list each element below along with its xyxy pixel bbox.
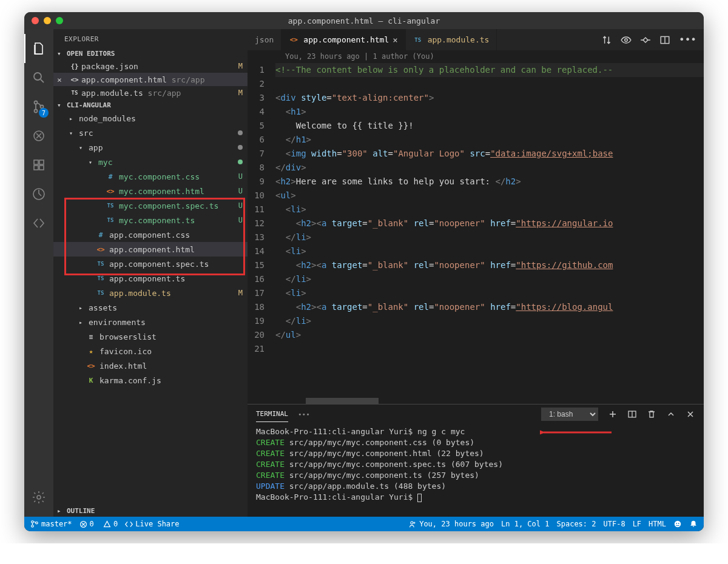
open-editors-header[interactable]: ▾ OPEN EDITORS <box>53 48 248 59</box>
folder-item[interactable]: ▾src <box>53 126 248 140</box>
folder-item[interactable]: ▾app <box>53 140 248 155</box>
window-title: app.component.html — cli-angular <box>288 16 440 25</box>
file-item[interactable]: <>index.html <box>53 358 248 373</box>
terminal-trash-icon[interactable] <box>647 409 656 419</box>
svg-point-1 <box>35 101 38 104</box>
chevron-down-icon: ▾ <box>57 101 64 109</box>
file-item[interactable]: <>myc.component.htmlU <box>53 184 248 198</box>
file-item[interactable]: Kkarma.conf.js <box>53 373 248 388</box>
file-item[interactable]: #app.component.css <box>53 227 248 242</box>
open-editors-list: {}package.jsonM×<>app.component.html src… <box>53 59 248 99</box>
tree-item-label: node_modules <box>79 114 136 123</box>
svg-rect-7 <box>39 166 44 170</box>
status-feedback-icon[interactable] <box>673 520 682 528</box>
file-icon: TS <box>106 215 115 225</box>
folder-item[interactable]: ▸environments <box>53 315 248 329</box>
activity-settings-icon[interactable] <box>24 483 53 512</box>
file-item[interactable]: TSapp.component.spec.ts <box>53 257 248 271</box>
activity-git-graph-icon[interactable] <box>24 180 53 209</box>
open-editor-dir: src/app <box>167 75 205 84</box>
status-branch[interactable]: master* <box>30 520 72 528</box>
file-icon: <> <box>96 244 106 254</box>
scrollbar-thumb[interactable] <box>306 398 379 404</box>
status-bell-icon[interactable] <box>689 520 698 528</box>
more-icon[interactable]: ••• <box>679 34 696 45</box>
eye-icon[interactable] <box>621 35 632 45</box>
activity-liveshare-icon[interactable] <box>24 209 53 238</box>
activity-debug-icon[interactable] <box>24 121 53 150</box>
git-commit-icon[interactable] <box>640 35 651 45</box>
chevron-icon: ▸ <box>69 115 76 122</box>
file-icon: <> <box>106 186 115 196</box>
activity-bar: 7 <box>24 29 53 517</box>
file-item[interactable]: TSapp.component.ts <box>53 271 248 286</box>
open-editor-item[interactable]: {}package.jsonM <box>53 59 248 73</box>
chevron-icon: ▾ <box>69 130 76 136</box>
split-editor-icon[interactable] <box>659 35 670 45</box>
editor[interactable]: 1 2 3 4 5 6 7 8 9 10 11 12 13 14 15 16 1… <box>248 63 704 398</box>
folder-item[interactable]: ▸node_modules <box>53 111 248 126</box>
terminal-selector[interactable]: 1: bash <box>541 408 598 421</box>
editor-horizontal-scrollbar[interactable] <box>275 398 704 404</box>
activity-extensions-icon[interactable] <box>24 150 53 180</box>
editor-tab[interactable]: TSapp.module.ts <box>406 29 497 50</box>
file-item[interactable]: #myc.component.cssU <box>53 169 248 184</box>
status-problems[interactable]: 0 0 <box>79 520 118 528</box>
git-flag: U <box>238 187 243 195</box>
tree-item-label: app.module.ts <box>109 289 171 298</box>
svg-point-21 <box>411 522 413 524</box>
close-icon[interactable]: × <box>57 75 62 84</box>
file-item[interactable]: <>app.component.html <box>53 242 248 257</box>
vscode-window: app.component.html — cli-angular 7 <box>24 12 704 531</box>
terminal-new-icon[interactable] <box>608 409 618 419</box>
open-editor-label: app.module.ts <box>81 89 143 98</box>
status-eol[interactable]: LF <box>633 520 641 528</box>
titlebar: app.component.html — cli-angular <box>24 12 704 29</box>
status-cursor-position[interactable]: Ln 1, Col 1 <box>501 520 549 528</box>
tab-label: app.component.html <box>303 35 389 44</box>
window-minimize-button[interactable] <box>44 17 51 24</box>
tree-item-label: browserslist <box>99 332 157 341</box>
status-encoding[interactable]: UTF-8 <box>604 520 625 528</box>
terminal-split-icon[interactable] <box>627 409 637 419</box>
panel-tab-terminal[interactable]: TERMINAL <box>256 406 288 422</box>
status-liveshare[interactable]: Live Share <box>125 520 179 528</box>
file-icon: <> <box>289 35 298 45</box>
terminal-maximize-icon[interactable] <box>666 409 676 419</box>
activity-explorer-icon[interactable] <box>24 34 53 63</box>
file-item[interactable]: TSmyc.component.tsU <box>53 213 248 227</box>
outline-header[interactable]: ▸ OUTLINE <box>53 505 248 517</box>
compare-icon[interactable] <box>601 35 612 45</box>
panel-tab-bar: TERMINAL ••• 1: bash <box>248 405 704 424</box>
editor-tab[interactable]: <>app.component.html× <box>281 29 405 50</box>
window-close-button[interactable] <box>32 17 39 24</box>
terminal-close-icon[interactable] <box>686 409 695 419</box>
open-editor-item[interactable]: ×<>app.component.html src/app <box>53 73 248 86</box>
activity-scm-icon[interactable]: 7 <box>24 92 53 121</box>
file-item[interactable]: TSmyc.component.spec.tsU <box>53 198 248 213</box>
tab-label: json <box>255 35 274 44</box>
activity-search-icon[interactable] <box>24 63 53 92</box>
git-flag: U <box>238 201 243 210</box>
project-header[interactable]: ▾ CLI-ANGULAR <box>53 99 248 111</box>
editor-tab[interactable]: json <box>248 29 281 50</box>
svg-rect-6 <box>34 166 38 170</box>
status-indent[interactable]: Spaces: 2 <box>556 520 596 528</box>
code-content[interactable]: <!--The content below is only a placehol… <box>275 63 704 398</box>
file-item[interactable]: ≡browserslist <box>53 329 248 344</box>
folder-item[interactable]: ▾myc <box>53 155 248 169</box>
git-dot-icon <box>238 130 243 135</box>
open-editor-dir: src/app <box>143 89 181 98</box>
status-language[interactable]: HTML <box>649 520 666 528</box>
file-item[interactable]: TSapp.module.tsM <box>53 286 248 300</box>
file-item[interactable]: ★favicon.ico <box>53 344 248 358</box>
panel-tab-more-icon[interactable]: ••• <box>298 407 310 422</box>
close-icon[interactable]: × <box>393 35 397 45</box>
open-editor-item[interactable]: TSapp.module.ts src/appM <box>53 86 248 99</box>
status-blame[interactable]: You, 23 hours ago <box>409 520 494 528</box>
window-maximize-button[interactable] <box>56 17 63 24</box>
terminal-content[interactable]: MacBook-Pro-111:cli-angular Yuri$ ng g c… <box>248 424 704 517</box>
chevron-right-icon: ▸ <box>57 507 64 515</box>
folder-item[interactable]: ▸assets <box>53 300 248 315</box>
svg-point-17 <box>32 521 34 523</box>
